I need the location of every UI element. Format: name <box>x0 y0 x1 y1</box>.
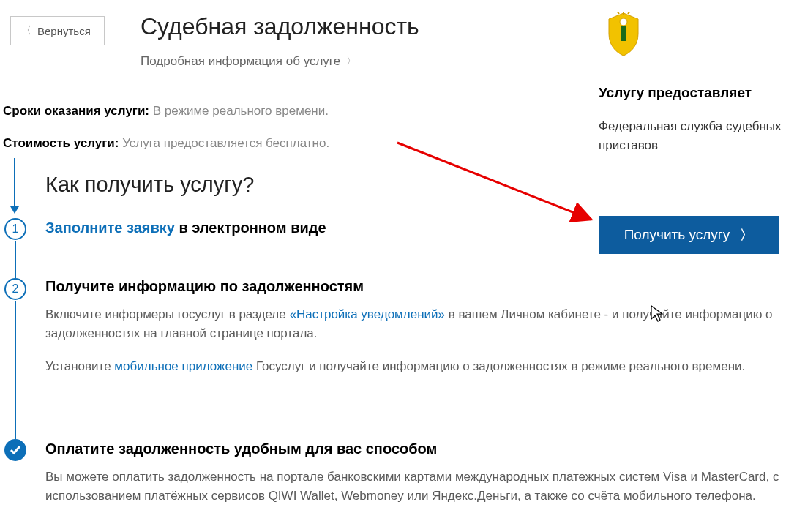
step-3-text: Вы можете оплатить задолженность на порт… <box>45 468 785 506</box>
how-title: Как получить услугу? <box>45 173 254 197</box>
notifications-settings-link[interactable]: «Настройка уведомлений» <box>289 307 445 321</box>
cta-label: Получить услугу <box>624 227 730 243</box>
provider-logo-icon <box>603 12 644 57</box>
step-2-text-1: Включите информеры госуслуг в разделе «Н… <box>45 305 785 344</box>
get-service-button[interactable]: Получить услугу 〉 <box>599 216 779 254</box>
timing-label: Сроки оказания услуги: <box>3 104 149 118</box>
back-button-label: Вернуться <box>37 25 91 37</box>
service-timing: Сроки оказания услуги: В режиме реальног… <box>3 104 329 119</box>
timeline-line <box>15 241 16 278</box>
timeline-arrow-icon <box>14 158 15 212</box>
step-3-title: Оплатите задолженность удобным для вас с… <box>45 441 785 457</box>
mobile-app-link[interactable]: мобильное приложение <box>114 359 252 373</box>
annotation-arrow-icon <box>394 139 606 234</box>
svg-rect-0 <box>621 26 626 41</box>
provider-title: Услугу предоставляет <box>599 85 752 101</box>
chevron-right-icon: 〉 <box>346 55 356 68</box>
timing-value: В режиме реального времени. <box>153 104 329 118</box>
chevron-right-icon: 〉 <box>740 226 753 244</box>
page-title: Судебная задолженность <box>141 13 419 40</box>
provider-name: Федеральная служба судебных приставов <box>599 117 789 154</box>
cost-value: Услуга предоставляется бесплатно. <box>122 136 329 150</box>
check-icon <box>9 443 22 457</box>
details-link[interactable]: Подробная информация об услуге 〉 <box>141 54 356 69</box>
svg-point-1 <box>620 18 627 26</box>
step-1-marker: 1 <box>4 218 26 240</box>
chevron-left-icon: 〈 <box>21 24 31 37</box>
step-2-title: Получите информацию по задолженностям <box>45 278 785 295</box>
step-2-text-2: Установите мобильное приложение Госуслуг… <box>45 357 785 376</box>
back-button[interactable]: 〈 Вернуться <box>10 16 105 45</box>
timeline-line <box>15 301 16 439</box>
step-3-marker <box>4 439 26 461</box>
service-cost: Стоимость услуги: Услуга предоставляется… <box>3 136 329 151</box>
svg-line-2 <box>397 143 591 220</box>
step-3: Оплатите задолженность удобным для вас с… <box>45 441 785 506</box>
cost-label: Стоимость услуги: <box>3 136 119 150</box>
step-2: Получите информацию по задолженностям Вк… <box>45 278 785 376</box>
details-link-label: Подробная информация об услуге <box>141 54 340 69</box>
step-1-link[interactable]: Заполните заявку <box>45 220 175 236</box>
step-1: Заполните заявку в электронном виде <box>45 220 326 236</box>
step-2-marker: 2 <box>4 278 26 300</box>
step-1-title: Заполните заявку в электронном виде <box>45 220 326 236</box>
